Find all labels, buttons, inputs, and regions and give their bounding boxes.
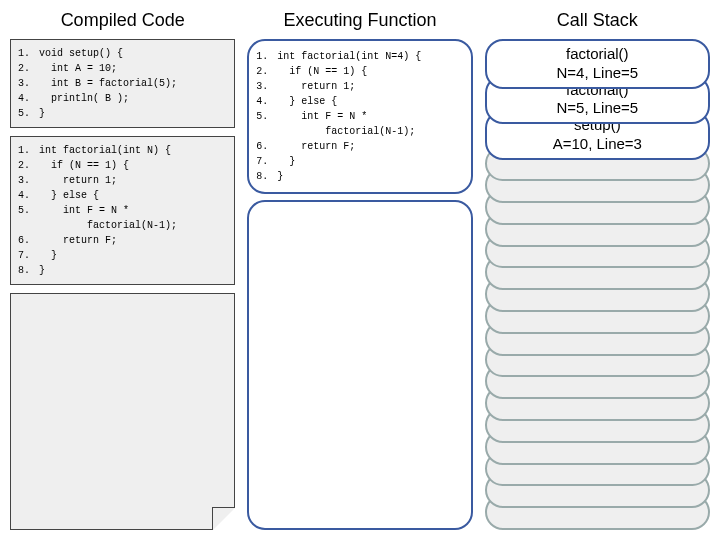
stack-frame-fn: factorial() xyxy=(491,45,704,64)
call-stack-title: Call Stack xyxy=(485,10,710,31)
empty-stack-frame xyxy=(485,254,710,290)
code-block-factorial: 1.int factorial(int N) {2. if (N == 1) {… xyxy=(10,136,235,285)
compiled-code-title: Compiled Code xyxy=(10,10,235,31)
empty-stack-frame xyxy=(485,494,710,530)
empty-stack-frame xyxy=(485,298,710,334)
stack-frame: factorial() N=4, Line=5 xyxy=(485,39,710,89)
code-block-setup: 1.void setup() {2. int A = 10;3. int B =… xyxy=(10,39,235,128)
empty-stack-frame xyxy=(485,363,710,399)
empty-stack-frame xyxy=(485,472,710,508)
stack-frame-detail: A=10, Line=3 xyxy=(491,135,704,154)
executing-function-title: Executing Function xyxy=(247,10,472,31)
compiled-code-column: Compiled Code 1.void setup() {2. int A =… xyxy=(10,10,235,530)
empty-stack-frame xyxy=(485,189,710,225)
executing-remainder xyxy=(247,200,472,530)
call-stack-area: factorial() N=4, Line=5 factorial() N=5,… xyxy=(485,39,710,530)
empty-stack-frame xyxy=(485,276,710,312)
empty-stack-frame xyxy=(485,233,710,269)
stack-frame-detail: N=5, Line=5 xyxy=(491,99,704,118)
empty-stack-frame xyxy=(485,451,710,487)
empty-stack-frame xyxy=(485,342,710,378)
empty-stack-frame xyxy=(485,167,710,203)
stack-frame-detail: N=4, Line=5 xyxy=(491,64,704,83)
call-stack-column: Call Stack factorial() N=4, Line=5 facto… xyxy=(485,10,710,530)
empty-stack-frame xyxy=(485,211,710,247)
empty-stack-frame xyxy=(485,320,710,356)
empty-stack-frame xyxy=(485,385,710,421)
code-block-empty xyxy=(10,293,235,530)
executing-function-column: Executing Function 1.int factorial(int N… xyxy=(247,10,472,530)
executing-function-frame: 1.int factorial(int N=4) {2. if (N == 1)… xyxy=(247,39,472,194)
empty-stack-frame xyxy=(485,407,710,443)
empty-stack-frame xyxy=(485,429,710,465)
